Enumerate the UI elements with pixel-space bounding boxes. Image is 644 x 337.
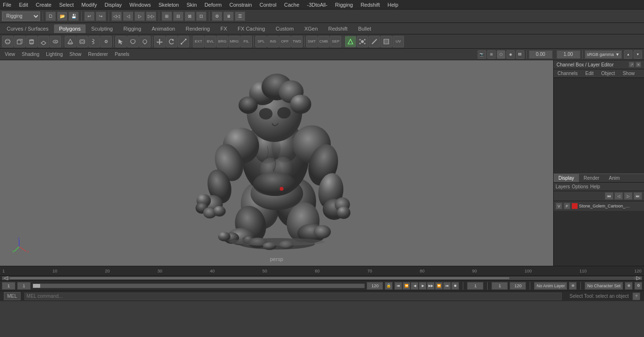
smooth-btn[interactable]: SMT <box>306 36 317 47</box>
tab-animation[interactable]: Animation <box>147 24 180 33</box>
timeline-scrollbar-track[interactable] <box>10 277 634 280</box>
separate-btn[interactable]: SEP <box>330 36 341 47</box>
chevron-down-icon[interactable]: ▼ <box>633 50 642 59</box>
value-x-input[interactable] <box>529 50 553 59</box>
move-tool-btn[interactable] <box>154 36 165 47</box>
uv-btn[interactable]: UV <box>393 36 404 47</box>
anim-layer-select[interactable]: No Anim Layer <box>534 282 567 290</box>
menu-create[interactable]: Create <box>35 2 53 8</box>
camera-icon[interactable]: 📷 <box>478 50 486 59</box>
offset-loop-btn[interactable]: OFF <box>279 36 291 47</box>
range-start-input[interactable] <box>17 282 31 290</box>
menu-3dtoall[interactable]: -3DtoAll- <box>306 2 328 8</box>
color-space-select[interactable]: sRGB gamma ▼ <box>585 50 622 59</box>
lighting-menu-btn[interactable]: Lighting <box>43 51 65 58</box>
grid-icon[interactable]: ⊞ <box>487 50 496 59</box>
poly-gear-btn[interactable]: ⚙ <box>100 36 112 47</box>
char-set-icon[interactable]: ⊕ <box>625 282 633 290</box>
cb-tab-edit[interactable]: Edit <box>581 69 597 77</box>
menu-help[interactable]: Help <box>387 2 400 8</box>
tab-rendering[interactable]: Rendering <box>181 24 215 33</box>
poly-plane-btn[interactable] <box>38 36 49 47</box>
key-fwd-btn[interactable]: ▷ <box>134 11 145 21</box>
poly-cube-btn[interactable] <box>14 36 25 47</box>
value-y-input[interactable] <box>557 50 580 59</box>
mel-input[interactable] <box>24 293 562 300</box>
show-menu-btn[interactable]: Show <box>66 51 84 58</box>
tab-redshift[interactable]: Redshift <box>324 24 352 33</box>
chevron-up-icon[interactable]: ▲ <box>624 50 633 59</box>
panel-float-btn[interactable]: ↗ <box>629 62 634 67</box>
next-frame-btn[interactable]: ▶▶ <box>427 282 435 290</box>
merge-btn[interactable]: MRG <box>229 36 240 47</box>
timeline-scrollbar-thumb[interactable] <box>10 277 509 279</box>
cb-tab-object[interactable]: Object <box>598 69 619 77</box>
menu-skeleton[interactable]: Skeleton <box>157 2 180 8</box>
layer-next-key-btn[interactable]: ⏭ <box>633 192 642 200</box>
range-lock-btn[interactable]: 🔒 <box>385 282 393 290</box>
layer-prev-key-btn[interactable]: ⏮ <box>605 192 613 200</box>
poly-sphere-btn[interactable] <box>2 36 13 47</box>
menu-control[interactable]: Control <box>259 2 277 8</box>
key-prev-btn[interactable]: ◁◁ <box>111 11 122 21</box>
split-poly-btn[interactable]: SPL <box>255 36 267 47</box>
go-end-btn[interactable]: ⏭ <box>443 282 451 290</box>
face-btn[interactable] <box>381 36 392 47</box>
tab-fx[interactable]: FX <box>216 24 232 33</box>
cb-tab-show[interactable]: Show <box>619 69 638 77</box>
tab-sculpting[interactable]: Sculpting <box>87 24 118 33</box>
fill-hole-btn[interactable]: FIL <box>240 36 252 47</box>
new-scene-btn[interactable]: 🗋 <box>45 11 56 21</box>
undo-btn[interactable]: ↩ <box>84 11 95 21</box>
menu-select[interactable]: Select <box>58 2 75 8</box>
textured-icon[interactable]: 🖼 <box>516 50 524 59</box>
save-btn[interactable]: 💾 <box>68 11 79 21</box>
prev-frame-btn[interactable]: ◀ <box>411 282 418 290</box>
layers-menu-options[interactable]: Options <box>572 184 588 189</box>
key-back-btn[interactable]: ◁ <box>123 11 133 21</box>
select-tool-btn[interactable] <box>115 36 127 47</box>
lasso-select-btn[interactable] <box>127 36 139 47</box>
bevel-btn[interactable]: BVL <box>205 36 216 47</box>
poly-torus-btn[interactable] <box>50 36 61 47</box>
poly-helix-btn[interactable] <box>88 36 100 47</box>
status-help-btn[interactable]: ? <box>633 293 640 300</box>
shading-menu-btn[interactable]: Shading <box>19 51 43 58</box>
scale-tool-btn[interactable] <box>178 36 189 47</box>
panel-close-btn[interactable]: ✕ <box>635 62 641 67</box>
viewport[interactable]: X Y Z persp <box>0 60 553 266</box>
menu-modify[interactable]: Modify <box>80 2 98 8</box>
current-frame-display[interactable] <box>467 282 483 290</box>
play-btn[interactable]: ▶ <box>419 282 426 290</box>
layer-visibility-btn[interactable]: V <box>556 203 562 209</box>
key-next-btn[interactable]: ▷▷ <box>146 11 156 21</box>
go-start-btn[interactable]: ⏮ <box>394 282 402 290</box>
menu-deform[interactable]: Deform <box>204 2 223 8</box>
vertex-btn[interactable] <box>357 36 368 47</box>
show-component-btn[interactable] <box>345 36 356 47</box>
frame-range-bar[interactable] <box>33 283 365 288</box>
tab-bullet[interactable]: Bullet <box>353 24 376 33</box>
open-btn[interactable]: 📂 <box>57 11 67 21</box>
settings-btn[interactable]: ⚙ <box>212 11 222 21</box>
tab-curves-surfaces[interactable]: Curves / Surfaces <box>2 24 53 33</box>
poly-pipe-btn[interactable] <box>76 36 88 47</box>
anim-layer-icon[interactable]: ⊕ <box>569 282 577 290</box>
layer-playback-btn[interactable]: P <box>564 203 570 209</box>
redo-btn[interactable]: ↪ <box>96 11 106 21</box>
poly-cylinder-btn[interactable] <box>26 36 37 47</box>
layers-menu-help[interactable]: Help <box>590 184 600 189</box>
renderer-menu-btn[interactable]: Renderer <box>85 51 111 58</box>
mel-label[interactable]: MEL <box>4 292 21 300</box>
layers-menu-layers[interactable]: Layers <box>556 184 570 189</box>
tab-xgen[interactable]: XGen <box>299 24 322 33</box>
menu-display[interactable]: Display <box>104 2 123 8</box>
menu-edit[interactable]: Edit <box>18 2 29 8</box>
char-set-select[interactable]: No Character Set <box>585 282 623 290</box>
view-menu-btn[interactable]: View <box>2 51 18 58</box>
rotate-tool-btn[interactable] <box>166 36 177 47</box>
menu-windows[interactable]: Windows <box>129 2 152 8</box>
menu-skin[interactable]: Skin <box>186 2 197 8</box>
menu-redshift[interactable]: Redshift <box>360 2 381 8</box>
bridge-btn[interactable]: BRG <box>217 36 228 47</box>
